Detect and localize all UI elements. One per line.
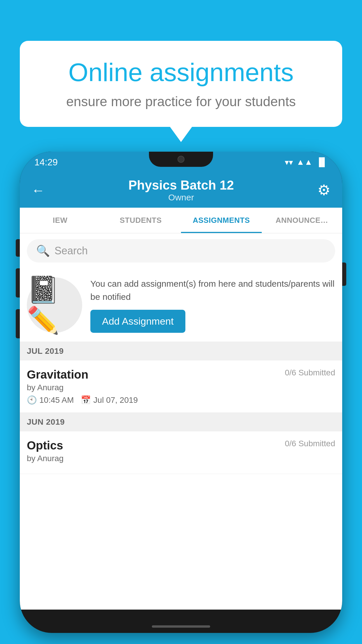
month-header-jul: JUL 2019 — [20, 342, 342, 360]
add-assignment-right: You can add assignment(s) from here and … — [90, 277, 335, 333]
tabs-bar: IEW STUDENTS ASSIGNMENTS ANNOUNCE… — [20, 208, 342, 233]
add-assignment-description: You can add assignment(s) from here and … — [90, 277, 335, 303]
speech-bubble-container: Online assignments ensure more practice … — [20, 41, 342, 127]
search-input[interactable]: Search — [55, 245, 88, 257]
home-bar — [152, 625, 210, 628]
assignment-time: 🕙 10:45 AM — [27, 395, 74, 405]
assignment-icon-circle: 📓✏️ — [27, 277, 82, 333]
notebook-icon: 📓✏️ — [27, 274, 82, 336]
status-time: 14:29 — [34, 157, 58, 168]
header-title: Physics Batch 12 — [129, 178, 234, 192]
month-header-jun: JUN 2019 — [20, 413, 342, 431]
assignment-submitted: 0/6 Submitted — [285, 368, 335, 377]
search-bar[interactable]: 🔍 Search — [27, 239, 335, 262]
status-icons: ▾▾ ▲▲ ▐▌ — [285, 158, 328, 167]
assignment-name: Gravitation — [27, 368, 88, 381]
front-camera — [178, 156, 184, 163]
signal-icon: ▲▲ — [296, 158, 312, 167]
power-button — [342, 262, 346, 286]
search-icon: 🔍 — [36, 244, 50, 257]
calendar-icon: 📅 — [81, 395, 91, 405]
assignment-by: by Anurag — [27, 383, 335, 392]
assignment-item-optics[interactable]: Optics 0/6 Submitted by Anurag — [20, 431, 342, 474]
tab-students[interactable]: STUDENTS — [101, 208, 181, 233]
tab-overview[interactable]: IEW — [20, 208, 101, 233]
clock-icon: 🕙 — [27, 395, 37, 405]
phone-notch — [149, 152, 213, 167]
assignment-name-optics: Optics — [27, 439, 63, 452]
volume-up-button — [16, 268, 20, 298]
phone-container: 14:29 ▾▾ ▲▲ ▐▌ ← Physics Batch 12 Owner … — [20, 152, 342, 633]
bubble-subtitle: ensure more practice for your students — [40, 94, 322, 109]
assignment-row-optics: Optics 0/6 Submitted — [27, 439, 335, 452]
phone-screen: 🔍 Search 📓✏️ You can add assignment(s) f… — [20, 233, 342, 610]
assignment-date: 📅 Jul 07, 2019 — [81, 395, 138, 405]
assignment-meta: 🕙 10:45 AM 📅 Jul 07, 2019 — [27, 395, 335, 405]
wifi-icon: ▾▾ — [285, 158, 293, 167]
volume-down-button — [16, 309, 20, 338]
back-button[interactable]: ← — [31, 182, 45, 198]
assignment-submitted-optics: 0/6 Submitted — [285, 439, 335, 448]
header-subtitle: Owner — [129, 192, 234, 202]
assignment-by-optics: by Anurag — [27, 454, 335, 463]
battery-icon: ▐▌ — [316, 158, 328, 167]
add-assignment-section: 📓✏️ You can add assignment(s) from here … — [20, 268, 342, 342]
search-bar-container: 🔍 Search — [20, 233, 342, 268]
bubble-title: Online assignments — [40, 58, 322, 87]
phone-frame: 14:29 ▾▾ ▲▲ ▐▌ ← Physics Batch 12 Owner … — [20, 152, 342, 633]
settings-icon[interactable]: ⚙ — [317, 182, 331, 199]
speech-bubble: Online assignments ensure more practice … — [20, 41, 342, 127]
tab-announcements[interactable]: ANNOUNCE… — [262, 208, 342, 233]
tab-assignments[interactable]: ASSIGNMENTS — [181, 208, 262, 233]
assignment-row: Gravitation 0/6 Submitted — [27, 368, 335, 381]
mute-button — [16, 239, 20, 257]
assignment-item-gravitation[interactable]: Gravitation 0/6 Submitted by Anurag 🕙 10… — [20, 360, 342, 413]
add-assignment-button[interactable]: Add Assignment — [90, 310, 185, 333]
app-header: ← Physics Batch 12 Owner ⚙ — [20, 173, 342, 208]
header-center: Physics Batch 12 Owner — [129, 178, 234, 202]
